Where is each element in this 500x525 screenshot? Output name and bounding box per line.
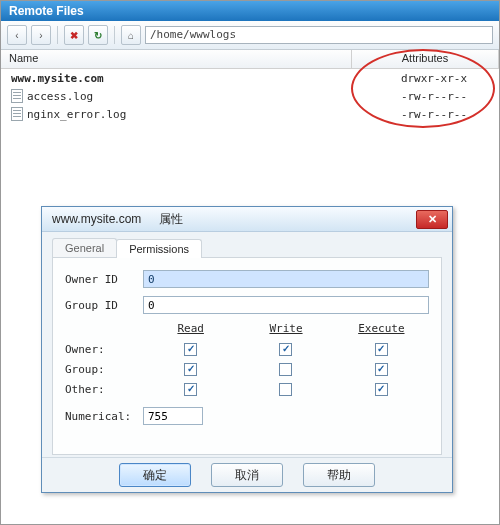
list-item[interactable]: nginx_error.log -rw-r--r-- xyxy=(1,105,499,123)
header-name[interactable]: Name xyxy=(1,50,352,68)
group-write-checkbox[interactable] xyxy=(279,363,292,376)
file-icon xyxy=(11,89,23,103)
file-list: www.mysite.com drwxr-xr-x access.log -rw… xyxy=(1,69,499,123)
home-button[interactable]: ⌂ xyxy=(121,25,141,45)
other-execute-checkbox[interactable]: ✓ xyxy=(375,383,388,396)
permissions-panel: Owner ID Group ID Read Write Execute Own… xyxy=(52,257,442,455)
dialog-title-filename: www.mysite.com xyxy=(52,212,141,226)
window-title: Remote Files xyxy=(1,1,499,21)
file-attributes: drwxr-xr-x xyxy=(369,72,499,85)
numerical-label: Numerical: xyxy=(65,410,143,423)
close-icon: ✕ xyxy=(428,213,437,226)
row-label: Owner: xyxy=(65,343,143,356)
perm-row-group: Group: ✓ ✓ xyxy=(65,359,429,379)
file-name: access.log xyxy=(27,90,93,103)
row-label: Other: xyxy=(65,383,143,396)
owner-id-label: Owner ID xyxy=(65,273,143,286)
stop-button[interactable]: ✖ xyxy=(64,25,84,45)
permission-headers: Read Write Execute xyxy=(143,322,429,335)
column-headers: Name Attributes xyxy=(1,50,499,69)
toolbar-divider xyxy=(114,26,115,44)
properties-dialog: www.mysite.com 属性 ✕ General Permissions … xyxy=(41,206,453,493)
other-read-checkbox[interactable]: ✓ xyxy=(184,383,197,396)
owner-read-checkbox[interactable]: ✓ xyxy=(184,343,197,356)
owner-execute-checkbox[interactable]: ✓ xyxy=(375,343,388,356)
group-execute-checkbox[interactable]: ✓ xyxy=(375,363,388,376)
owner-write-checkbox[interactable]: ✓ xyxy=(279,343,292,356)
back-button[interactable]: ‹ xyxy=(7,25,27,45)
file-attributes: -rw-r--r-- xyxy=(369,90,499,103)
tab-general[interactable]: General xyxy=(52,238,117,257)
file-attributes: -rw-r--r-- xyxy=(369,108,499,121)
dialog-buttons: 确定 取消 帮助 xyxy=(42,457,452,492)
toolbar: ‹ › ✖ ↻ ⌂ /home/wwwlogs xyxy=(1,21,499,50)
forward-button[interactable]: › xyxy=(31,25,51,45)
close-button[interactable]: ✕ xyxy=(416,210,448,229)
group-id-field[interactable] xyxy=(143,296,429,314)
row-label: Group: xyxy=(65,363,143,376)
file-name: www.mysite.com xyxy=(11,72,104,85)
address-bar[interactable]: /home/wwwlogs xyxy=(145,26,493,44)
group-read-checkbox[interactable]: ✓ xyxy=(184,363,197,376)
list-item[interactable]: access.log -rw-r--r-- xyxy=(1,87,499,105)
header-write: Write xyxy=(238,322,333,335)
refresh-button[interactable]: ↻ xyxy=(88,25,108,45)
tab-strip: General Permissions xyxy=(52,238,442,257)
perm-row-owner: Owner: ✓ ✓ ✓ xyxy=(65,339,429,359)
help-button[interactable]: 帮助 xyxy=(303,463,375,487)
toolbar-divider xyxy=(57,26,58,44)
perm-row-other: Other: ✓ ✓ xyxy=(65,379,429,399)
owner-id-field[interactable] xyxy=(143,270,429,288)
header-execute: Execute xyxy=(334,322,429,335)
header-read: Read xyxy=(143,322,238,335)
dialog-titlebar[interactable]: www.mysite.com 属性 ✕ xyxy=(42,207,452,232)
ok-button[interactable]: 确定 xyxy=(119,463,191,487)
group-id-label: Group ID xyxy=(65,299,143,312)
tab-permissions[interactable]: Permissions xyxy=(116,239,202,258)
file-icon xyxy=(11,107,23,121)
file-name: nginx_error.log xyxy=(27,108,126,121)
other-write-checkbox[interactable] xyxy=(279,383,292,396)
numerical-field[interactable] xyxy=(143,407,203,425)
dialog-title-caption: 属性 xyxy=(159,211,183,228)
header-attributes[interactable]: Attributes xyxy=(352,50,499,68)
list-item[interactable]: www.mysite.com drwxr-xr-x xyxy=(1,69,499,87)
cancel-button[interactable]: 取消 xyxy=(211,463,283,487)
